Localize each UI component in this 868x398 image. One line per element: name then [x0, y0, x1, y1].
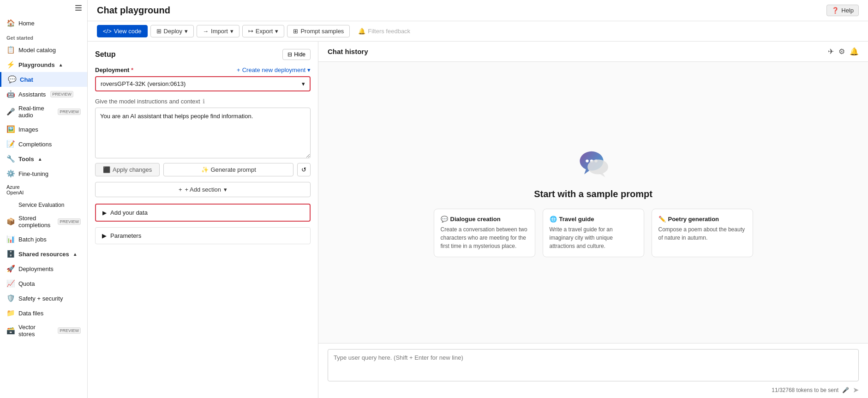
- sample-card-title-1: 🌐 Travel guide: [550, 216, 637, 223]
- sidebar-item-quota[interactable]: 📈 Quota: [0, 276, 87, 291]
- apply-bar: ⬛ Apply changes ✨ Generate prompt ↺: [95, 163, 311, 176]
- sidebar-item-service-eval[interactable]: Service Evaluation: [0, 199, 87, 211]
- chevron-up-icon-shared: ▲: [73, 252, 78, 257]
- add-data-section[interactable]: ▶ Add your data: [95, 204, 311, 222]
- batch-icon: 📊: [6, 235, 15, 243]
- code-icon: </>: [103, 28, 112, 35]
- chat-input-footer: 11/32768 tokens to be sent 🎤 ➤: [328, 386, 859, 394]
- parameters-section[interactable]: ▶ Parameters: [95, 227, 311, 244]
- generate-prompt-button[interactable]: ✨ Generate prompt: [163, 163, 293, 176]
- sample-card-desc-2: Compose a poem about the beauty of natur…: [658, 225, 746, 242]
- page-title: Chat playground: [97, 5, 170, 16]
- tools-toggle[interactable]: 🔧 Tools ▲: [0, 151, 87, 166]
- setup-header: Setup ⊟ Hide: [95, 49, 311, 60]
- help-button[interactable]: ❓ Help: [826, 5, 859, 16]
- deployment-value: roversGPT4-32K (version:0613): [101, 80, 186, 87]
- microphone-icon[interactable]: 🎤: [842, 387, 849, 393]
- sample-card-title-0: 💬 Dialogue creation: [441, 216, 528, 223]
- sidebar-item-assistants[interactable]: 🤖 Assistants PREVIEW: [0, 87, 87, 102]
- collapse-btn[interactable]: [0, 0, 87, 16]
- export-icon: ↦: [248, 28, 253, 35]
- sidebar-item-home[interactable]: 🏠 Home: [0, 16, 87, 30]
- apply-icon: ⬛: [103, 166, 110, 173]
- prompt-icon: ⊞: [293, 28, 298, 35]
- sidebar-item-realtime[interactable]: 🎤 Real-time audio PREVIEW: [0, 102, 87, 122]
- deployment-select[interactable]: roversGPT4-32K (version:0613) ▾: [95, 76, 311, 91]
- chat-content: Start with a sample prompt 💬 Dialogue cr…: [318, 62, 868, 343]
- completions-icon: 📝: [6, 140, 15, 148]
- sidebar-item-data-files[interactable]: 📁 Data files: [0, 306, 87, 320]
- import-button[interactable]: → Import ▾: [197, 25, 239, 37]
- deployments-icon: 🚀: [6, 265, 15, 273]
- sample-card-1[interactable]: 🌐 Travel guide Write a travel guide for …: [543, 209, 644, 257]
- chevron-up-icon-tools: ▲: [38, 157, 42, 162]
- export-button[interactable]: ↦ Export ▾: [242, 25, 285, 37]
- get-started-label: Get started: [0, 30, 87, 42]
- send-message-button[interactable]: ➤: [853, 386, 859, 394]
- toolbar: </> View code ⊞ Deploy ▾ → Import ▾ ↦ Ex…: [88, 21, 868, 42]
- azure-icon: Azure OpenAI: [6, 184, 15, 195]
- stored-icon: 📦: [6, 217, 15, 226]
- reset-icon: ↺: [301, 166, 306, 173]
- chat-input[interactable]: [328, 349, 859, 381]
- sample-card-2[interactable]: ✏️ Poetry generation Compose a poem abou…: [652, 209, 753, 257]
- sidebar-item-chat[interactable]: 💬 Chat: [0, 72, 87, 87]
- chevron-right-icon-data: ▶: [102, 210, 107, 216]
- travel-icon: 🌐: [550, 216, 557, 223]
- finetuning-icon: ⚙️: [6, 169, 15, 178]
- generate-icon: ✨: [201, 166, 209, 173]
- hide-button[interactable]: ⊟ Hide: [282, 49, 311, 60]
- data-files-icon: 📁: [6, 309, 15, 317]
- sidebar-item-images[interactable]: 🖼️ Images: [0, 122, 87, 137]
- main-content: Chat playground ❓ Help </> View code ⊞ D…: [88, 0, 868, 398]
- svg-rect-1: [75, 7, 82, 8]
- chevron-down-icon-deploy: ▾: [307, 66, 311, 73]
- prompt-samples-button[interactable]: ⊞ Prompt samples: [287, 25, 350, 37]
- chevron-right-icon-params: ▶: [102, 232, 107, 239]
- safety-icon: 🛡️: [6, 294, 15, 302]
- sidebar-item-vector-stores[interactable]: 🗃️ Vector stores PREVIEW: [0, 320, 87, 341]
- info-icon: ℹ: [203, 98, 205, 105]
- import-icon: →: [203, 28, 209, 35]
- reset-button[interactable]: ↺: [297, 163, 311, 176]
- chat-header: Chat history ✈ ⚙ 🔔: [318, 42, 868, 62]
- sidebar-item-model-catalog[interactable]: 📋 Model catalog: [0, 42, 87, 57]
- shared-icon: 🗄️: [6, 250, 15, 258]
- system-message-textarea[interactable]: You are an AI assistant that helps peopl…: [95, 108, 311, 158]
- apply-changes-button[interactable]: ⬛ Apply changes: [95, 163, 160, 176]
- view-code-button[interactable]: </> View code: [97, 25, 148, 37]
- sidebar-item-batch-jobs[interactable]: 📊 Batch jobs: [0, 232, 87, 247]
- sample-card-title-2: ✏️ Poetry generation: [658, 216, 746, 223]
- sidebar-item-safety[interactable]: 🛡️ Safety + security: [0, 291, 87, 306]
- shared-resources-toggle[interactable]: 🗄️ Shared resources ▲: [0, 247, 87, 261]
- assistants-icon: 🤖: [6, 90, 15, 98]
- plus-section-icon: +: [179, 186, 182, 193]
- settings-icon[interactable]: ⚙: [838, 47, 845, 56]
- send-icon[interactable]: ✈: [828, 47, 834, 56]
- clear-icon[interactable]: 🔔: [850, 47, 859, 56]
- chat-icon: 💬: [8, 75, 16, 84]
- sidebar-item-deployments[interactable]: 🚀 Deployments: [0, 261, 87, 276]
- create-new-deployment-link[interactable]: + Create new deployment ▾: [237, 66, 311, 73]
- chat-header-icons: ✈ ⚙ 🔔: [828, 47, 859, 56]
- sidebar-item-stored-completions[interactable]: 📦 Stored completions PREVIEW: [0, 211, 87, 232]
- sample-card-0[interactable]: 💬 Dialogue creation Create a conversatio…: [434, 209, 535, 257]
- help-icon: ❓: [832, 7, 839, 14]
- sample-card-desc-1: Write a travel guide for an imaginary ci…: [550, 225, 637, 250]
- deploy-button[interactable]: ⊞ Deploy ▾: [150, 25, 194, 37]
- add-data-label: Add your data: [110, 209, 148, 216]
- chevron-down-icon: ▾: [185, 28, 188, 35]
- chevron-down-icon-select: ▾: [302, 80, 305, 87]
- sidebar-item-finetuning[interactable]: ⚙️ Fine-tuning: [0, 166, 87, 181]
- images-icon: 🖼️: [6, 125, 15, 133]
- svg-rect-0: [75, 5, 82, 6]
- sidebar-item-azure-openai[interactable]: Azure OpenAI: [0, 181, 87, 199]
- filter-icon: 🔔: [358, 28, 365, 35]
- hide-icon: ⊟: [287, 51, 292, 58]
- add-section-button[interactable]: + + Add section ▾: [95, 182, 311, 197]
- chevron-down-icon-section: ▾: [224, 186, 227, 193]
- chat-input-area: 11/32768 tokens to be sent 🎤 ➤: [318, 343, 868, 398]
- playgrounds-toggle[interactable]: ⚡ Playgrounds ▲: [0, 57, 87, 72]
- sidebar-item-completions[interactable]: 📝 Completions: [0, 137, 87, 151]
- chat-start-title: Start with a sample prompt: [534, 189, 652, 199]
